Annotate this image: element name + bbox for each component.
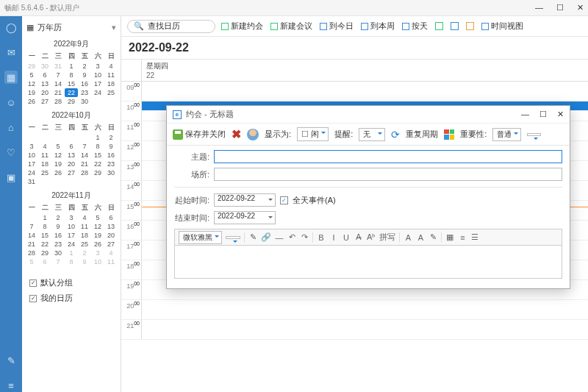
- category-icon[interactable]: [444, 129, 454, 140]
- toolbar-button[interactable]: 到今日: [320, 21, 354, 32]
- toolbar-button[interactable]: 时间视图: [481, 21, 523, 32]
- calendar-day[interactable]: 6: [65, 142, 78, 151]
- calendar-day[interactable]: 23: [78, 88, 91, 97]
- calendar-day[interactable]: 18: [38, 160, 51, 168]
- rail-chat-icon[interactable]: ⌂: [4, 121, 18, 134]
- calendar-day[interactable]: 14: [25, 231, 38, 240]
- editor-button[interactable]: ▦: [445, 232, 454, 242]
- calendar-day[interactable]: 25: [104, 88, 118, 97]
- font-dropdown[interactable]: 微软雅黑: [179, 231, 222, 244]
- calendar-day[interactable]: 18: [104, 79, 118, 88]
- calendar-day[interactable]: [25, 133, 38, 142]
- calendar-day[interactable]: 22: [38, 240, 51, 249]
- calendar-day[interactable]: 19: [91, 231, 104, 240]
- sidebar-dropdown-icon[interactable]: ▾: [112, 23, 116, 32]
- editor-button[interactable]: U: [342, 233, 351, 242]
- calendar-day[interactable]: 28: [25, 249, 38, 257]
- rail-calendar-icon[interactable]: ▦: [4, 71, 18, 84]
- editor-button[interactable]: ☰: [470, 232, 479, 242]
- calendar-day[interactable]: 7: [78, 142, 91, 151]
- calendar-day[interactable]: 3: [91, 249, 104, 257]
- calendar-day[interactable]: 5: [25, 257, 38, 266]
- start-date-input[interactable]: 2022-09-22: [214, 193, 276, 207]
- calendar-day[interactable]: 12: [25, 79, 38, 88]
- editor-button[interactable]: 🔗: [261, 232, 271, 242]
- rail-bulb-icon[interactable]: ♡: [4, 146, 18, 159]
- calendar-day[interactable]: 20: [65, 160, 78, 168]
- calendar-day[interactable]: 21: [25, 240, 38, 249]
- calendar-day[interactable]: 29: [38, 249, 51, 257]
- invite-icon[interactable]: [247, 129, 259, 140]
- rail-user-icon[interactable]: ◯: [4, 21, 18, 34]
- subject-input[interactable]: [214, 150, 562, 163]
- time-row[interactable]: 2000: [121, 300, 588, 320]
- calendar-day[interactable]: 17: [91, 79, 104, 88]
- calendar-day[interactable]: 7: [25, 222, 38, 231]
- calendar-day[interactable]: 31: [25, 177, 38, 186]
- calendar-day[interactable]: 8: [91, 142, 104, 151]
- calendar-day[interactable]: 9: [104, 142, 118, 151]
- importance-dropdown[interactable]: 普通: [492, 128, 521, 141]
- calendar-day[interactable]: [51, 133, 65, 142]
- calendar-day[interactable]: [91, 177, 104, 186]
- calendar-day[interactable]: 6: [104, 213, 118, 222]
- editor-button[interactable]: A: [404, 233, 412, 242]
- calendar-day[interactable]: 15: [91, 151, 104, 160]
- calendar-day[interactable]: 3: [25, 142, 38, 151]
- calendar-day[interactable]: 2: [104, 133, 118, 142]
- mini-calendar[interactable]: 2022年10月一二三四五六日1234567891011121314151617…: [25, 110, 118, 186]
- editor-button[interactable]: ↶: [287, 232, 296, 242]
- toolbar-button[interactable]: 到本周: [361, 21, 395, 32]
- calendar-day[interactable]: [104, 97, 118, 106]
- calendar-day[interactable]: 4: [104, 249, 118, 257]
- calendar-day[interactable]: 16: [78, 79, 91, 88]
- calendar-day[interactable]: 4: [78, 213, 91, 222]
- calendar-day[interactable]: 1: [65, 62, 78, 71]
- calendar-day[interactable]: 1: [38, 213, 51, 222]
- calendar-day[interactable]: 2: [78, 62, 91, 71]
- calendar-day[interactable]: 2: [78, 249, 91, 257]
- calendar-day[interactable]: 29: [65, 97, 78, 106]
- editor-button[interactable]: 拼写: [379, 232, 395, 243]
- calendar-day[interactable]: [104, 177, 118, 186]
- calendar-day[interactable]: 9: [78, 257, 91, 266]
- allday-checkbox[interactable]: ✓: [280, 196, 288, 204]
- rail-wrench-icon[interactable]: ✎: [4, 354, 18, 367]
- calendar-day[interactable]: 20: [104, 231, 118, 240]
- calendar-day[interactable]: 25: [78, 240, 91, 249]
- calendar-day[interactable]: 27: [104, 240, 118, 249]
- calendar-group[interactable]: ✓默认分组: [25, 275, 118, 291]
- calendar-day[interactable]: 1: [65, 249, 78, 257]
- time-row[interactable]: 0900: [121, 82, 588, 101]
- calendar-day[interactable]: 16: [51, 231, 65, 240]
- search-input[interactable]: 🔍 查找日历: [127, 20, 215, 33]
- rail-grid-icon[interactable]: ▣: [4, 171, 18, 184]
- dialog-titlebar[interactable]: e 约会 - 无标题 — ☐ ✕: [167, 106, 570, 124]
- calendar-day[interactable]: [91, 97, 104, 106]
- calendar-day[interactable]: 13: [38, 79, 51, 88]
- view-button[interactable]: [466, 22, 474, 30]
- dialog-close-button[interactable]: ✕: [557, 110, 564, 119]
- editor-button[interactable]: B: [317, 233, 326, 242]
- calendar-day[interactable]: [25, 213, 38, 222]
- calendar-day[interactable]: 30: [38, 62, 51, 71]
- editor-button[interactable]: I: [329, 233, 338, 242]
- calendar-day[interactable]: 30: [78, 97, 91, 106]
- calendar-day[interactable]: [38, 177, 51, 186]
- mini-calendar[interactable]: 2022年9月一二三四五六日29303112345678910111213141…: [25, 39, 118, 106]
- save-and-close-button[interactable]: 保存并关闭: [173, 129, 226, 140]
- view-button[interactable]: [435, 22, 443, 30]
- calendar-day[interactable]: 8: [38, 222, 51, 231]
- calendar-day[interactable]: 26: [25, 97, 38, 106]
- calendar-day[interactable]: 8: [65, 257, 78, 266]
- editor-button[interactable]: ↷: [300, 232, 309, 242]
- editor-button[interactable]: —: [275, 233, 284, 242]
- calendar-day[interactable]: 6: [38, 257, 51, 266]
- rail-people-icon[interactable]: ☺: [4, 96, 18, 109]
- delete-button[interactable]: ✖: [232, 127, 241, 141]
- calendar-day[interactable]: 7: [51, 257, 65, 266]
- calendar-day[interactable]: 12: [51, 151, 65, 160]
- calendar-day[interactable]: 27: [65, 168, 78, 177]
- calendar-day[interactable]: [65, 133, 78, 142]
- minimize-button[interactable]: —: [535, 3, 543, 13]
